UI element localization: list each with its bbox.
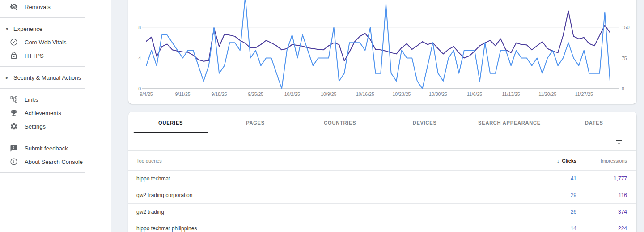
y-axis-left-tick: 0 [138,86,141,91]
clicks-cell: 26 [523,209,576,215]
sidebar-divider [0,88,85,89]
table-filter-row [128,133,636,151]
sidebar-item-achievements[interactable]: Achievements [0,106,111,120]
x-axis-tick: 10/30/25 [429,91,447,97]
core-web-vitals-icon [10,38,18,46]
table-row[interactable]: gw2 trading 26 374 [128,203,636,220]
sidebar-item-settings[interactable]: Settings [0,120,111,133]
x-axis-tick: 9/11/25 [175,91,190,97]
chevron-down-icon: ▾ [6,26,10,32]
impressions-cell: 1,777 [576,176,627,182]
sidebar-divider [0,137,85,137]
sidebar-divider [0,66,85,67]
x-axis-tick: 10/9/25 [321,91,336,97]
tab-search-appearance[interactable]: SEARCH APPEARANCE [467,112,551,133]
sidebar-item-submit-feedback[interactable]: Submit feedback [0,142,111,155]
sidebar-item-label: Submit feedback [25,145,68,152]
active-tab-indicator [133,132,208,133]
gear-icon [10,122,18,130]
clicks-cell: 29 [523,192,576,198]
search-console-app: Removals ▾ Experience Core Web Vitals HT… [0,0,644,232]
tab-pages[interactable]: PAGES [213,112,297,133]
dimension-tabs: QUERIES PAGES COUNTRIES DEVICES SEARCH A… [128,112,636,133]
x-axis-tick: 9/25/25 [248,91,263,97]
clicks-header[interactable]: ↓Clicks [523,158,576,163]
y-axis-left-tick: 8 [138,25,141,30]
x-axis-tick: 11/6/25 [467,91,482,97]
table-header-row: Top queries ↓Clicks Impressions [128,151,636,170]
filter-list-icon[interactable] [614,137,624,147]
table-row[interactable]: gw2 trading corporation 29 116 [128,187,636,203]
sidebar-section-experience[interactable]: ▾ Experience [0,22,111,35]
sidebar-item-links[interactable]: Links [0,93,111,106]
tab-queries[interactable]: QUERIES [128,112,213,133]
query-cell[interactable]: hippo techmat philippines [136,225,523,232]
lock-icon [10,52,18,60]
chevron-right-icon: ▸ [6,75,10,81]
impressions-cell: 224 [576,225,627,232]
impressions-cell: 374 [576,209,627,215]
info-icon [10,158,18,166]
x-axis-tick: 11/20/25 [538,91,556,97]
x-axis-tick: 9/18/25 [212,91,227,97]
sidebar-item-label: Links [25,96,38,103]
x-axis-tick: 10/16/25 [356,91,374,97]
sidebar-item-label: About Search Console [25,159,83,165]
y-axis-right-tick: 150 [622,25,630,30]
clicks-cell: 41 [523,176,576,182]
sidebar-section-security-manual-actions[interactable]: ▸ Security & Manual Actions [0,71,111,84]
sidebar-item-about-search-console[interactable]: About Search Console [0,155,111,168]
x-axis-tick: 10/2/25 [284,91,300,97]
sidebar-item-https[interactable]: HTTPS [0,49,111,62]
query-cell[interactable]: gw2 trading corporation [136,192,523,198]
main-content: 8401507509/4/259/11/259/18/259/25/2510/2… [111,0,644,232]
performance-chart[interactable]: 8401507509/4/259/11/259/18/259/25/2510/2… [128,0,636,104]
sidebar-item-core-web-vitals[interactable]: Core Web Vitals [0,35,111,49]
sidebar-divider [0,172,85,173]
tab-dates[interactable]: DATES [552,112,636,133]
sidebar-divider [0,17,85,18]
x-axis-tick: 9/4/25 [140,91,153,97]
query-cell[interactable]: hippo techmat [136,176,523,182]
sidebar-item-label: Removals [25,4,51,10]
series-clicks-line [146,0,610,89]
dimensions-card: QUERIES PAGES COUNTRIES DEVICES SEARCH A… [128,112,636,232]
impressions-cell: 116 [576,192,627,198]
table-row[interactable]: hippo techmat 41 1,777 [128,170,636,187]
links-tree-icon [10,95,18,103]
x-axis-tick: 11/13/25 [502,91,520,97]
query-cell[interactable]: gw2 trading [136,209,523,215]
sidebar-section-label: Security & Manual Actions [13,74,81,81]
top-queries-header: Top queries [136,158,523,163]
visibility-off-icon [10,3,18,11]
y-axis-left-tick: 4 [138,56,141,61]
tab-countries[interactable]: COUNTRIES [298,112,382,133]
feedback-icon [10,144,18,152]
sort-arrow-down-icon: ↓ [557,158,559,163]
x-axis-tick: 10/23/25 [392,91,411,97]
impressions-header[interactable]: Impressions [576,158,627,163]
sidebar-item-removals[interactable]: Removals [0,0,111,13]
series-impressions-line [146,11,610,61]
sidebar: Removals ▾ Experience Core Web Vitals HT… [0,0,111,232]
tab-devices[interactable]: DEVICES [382,112,467,133]
table-row[interactable]: hippo techmat philippines 14 224 [128,220,636,232]
x-axis-tick: 11/27/25 [575,91,593,97]
y-axis-right-tick: 0 [622,86,624,91]
clicks-cell: 14 [523,225,576,232]
sidebar-item-label: HTTPS [25,52,44,59]
y-axis-right-tick: 75 [622,56,627,61]
trophy-icon [10,109,18,117]
sidebar-item-label: Settings [25,123,46,130]
sidebar-item-label: Achievements [25,110,61,116]
sidebar-item-label: Core Web Vitals [25,39,66,46]
sidebar-section-label: Experience [13,26,42,32]
performance-chart-card: 8401507509/4/259/11/259/18/259/25/2510/2… [128,0,636,104]
